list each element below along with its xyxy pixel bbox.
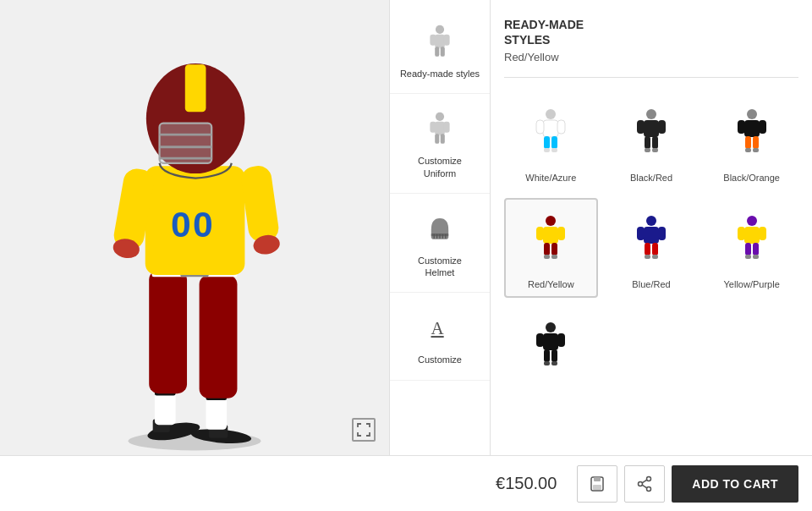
- sidebar-label-customize-uniform: CustomizeUniform: [418, 155, 462, 179]
- svg-point-69: [546, 216, 556, 226]
- svg-text:00: 00: [171, 204, 215, 245]
- svg-point-93: [546, 322, 556, 332]
- svg-rect-102: [594, 477, 601, 481]
- svg-rect-37: [441, 134, 445, 144]
- svg-rect-60: [652, 148, 658, 152]
- fullscreen-button[interactable]: [352, 418, 376, 442]
- svg-rect-67: [745, 148, 751, 152]
- svg-rect-48: [557, 120, 565, 134]
- svg-rect-57: [645, 136, 650, 149]
- price-display: €150.00: [496, 474, 557, 493]
- style-item-blue-red[interactable]: Blue/Red: [605, 198, 699, 298]
- svg-rect-68: [753, 148, 759, 152]
- style-image-yellow-purple: [727, 206, 777, 274]
- svg-point-77: [646, 216, 656, 226]
- save-icon: [589, 475, 606, 492]
- svg-rect-74: [551, 243, 557, 256]
- style-item-black-red[interactable]: Black/Red: [605, 91, 699, 191]
- sidebar-label-customize-helmet: CustomizeHelmet: [418, 255, 462, 279]
- sidebar-label-ready-made: Ready-made styles: [400, 68, 480, 80]
- style-image-white-azure: [525, 100, 576, 168]
- svg-rect-29: [443, 35, 449, 46]
- svg-point-26: [436, 25, 444, 34]
- style-panel-subtitle: Red/Yellow: [504, 51, 798, 63]
- sidebar-item-ready-made[interactable]: Ready-made styles: [390, 7, 490, 94]
- svg-rect-21: [185, 64, 206, 112]
- svg-rect-103: [593, 485, 601, 490]
- nav-sidebar: Ready-made styles CustomizeUniform: [389, 0, 491, 455]
- svg-point-53: [646, 109, 656, 119]
- svg-line-107: [643, 480, 648, 483]
- svg-point-32: [436, 113, 444, 121]
- svg-point-45: [546, 109, 556, 119]
- customize-uniform-icon: [423, 107, 457, 150]
- customize-helmet-icon: [423, 207, 457, 250]
- svg-point-105: [647, 486, 651, 491]
- style-image-red-yellow: [525, 206, 576, 274]
- svg-point-85: [747, 216, 757, 226]
- style-item-red-yellow[interactable]: Red/Yellow: [504, 198, 598, 298]
- svg-rect-46: [543, 120, 558, 137]
- style-label-blue-red: Blue/Red: [632, 279, 670, 289]
- add-to-cart-button[interactable]: ADD TO CART: [672, 465, 798, 503]
- svg-rect-79: [637, 227, 645, 240]
- styles-grid: White/Azure Black/Red: [504, 91, 798, 394]
- svg-point-106: [639, 481, 643, 486]
- style-image-black-red: [626, 100, 677, 168]
- svg-rect-87: [738, 227, 745, 240]
- svg-rect-9: [149, 270, 187, 393]
- style-image-blue-red: [626, 206, 677, 274]
- svg-rect-92: [753, 255, 759, 259]
- divider: [504, 77, 798, 78]
- svg-rect-91: [745, 255, 751, 259]
- svg-rect-83: [645, 255, 650, 259]
- svg-rect-54: [644, 120, 659, 137]
- svg-rect-33: [435, 122, 445, 135]
- style-panel: READY-MADESTYLES Red/Yellow: [491, 0, 812, 455]
- svg-rect-78: [644, 227, 659, 244]
- svg-rect-22: [160, 124, 212, 163]
- svg-rect-64: [759, 120, 766, 134]
- svg-rect-95: [536, 333, 544, 347]
- svg-rect-73: [544, 243, 550, 256]
- style-image-black-orange: [727, 100, 777, 168]
- svg-rect-97: [544, 349, 550, 362]
- svg-rect-49: [544, 136, 550, 149]
- style-item-black-orange[interactable]: Black/Orange: [705, 91, 798, 191]
- svg-rect-100: [551, 361, 557, 365]
- svg-rect-30: [435, 47, 439, 57]
- svg-rect-47: [536, 120, 544, 134]
- svg-rect-70: [543, 227, 558, 244]
- style-label-red-yellow: Red/Yellow: [528, 279, 574, 289]
- customize-text-icon: A: [423, 306, 457, 349]
- svg-rect-75: [544, 255, 550, 259]
- svg-rect-28: [430, 35, 436, 46]
- svg-rect-94: [543, 333, 558, 350]
- svg-rect-36: [435, 134, 439, 144]
- svg-rect-86: [744, 227, 760, 244]
- svg-point-61: [747, 109, 757, 119]
- save-button[interactable]: [577, 465, 617, 503]
- svg-rect-62: [744, 120, 760, 137]
- bottom-bar: €150.00 ADD TO CART: [0, 455, 812, 511]
- svg-text:A: A: [431, 318, 445, 338]
- model-viewer: 00: [0, 0, 389, 455]
- svg-rect-98: [551, 349, 557, 362]
- svg-rect-65: [745, 136, 751, 149]
- svg-rect-96: [557, 333, 565, 347]
- svg-rect-55: [637, 120, 645, 134]
- style-item-white-azure[interactable]: White/Azure: [504, 91, 598, 191]
- style-label-black-red: Black/Red: [630, 173, 672, 183]
- sidebar-item-customize[interactable]: A Customize: [390, 293, 490, 380]
- svg-rect-76: [551, 255, 557, 259]
- sidebar-item-customize-helmet[interactable]: CustomizeHelmet: [390, 194, 490, 294]
- sidebar-item-customize-uniform[interactable]: CustomizeUniform: [390, 94, 490, 194]
- share-button[interactable]: [624, 465, 665, 503]
- svg-rect-80: [658, 227, 666, 240]
- style-item-yellow-purple[interactable]: Yellow/Purple: [705, 198, 798, 298]
- svg-rect-81: [645, 243, 650, 256]
- svg-rect-51: [544, 148, 550, 152]
- style-label-white-azure: White/Azure: [525, 173, 576, 183]
- svg-rect-66: [753, 136, 759, 149]
- style-item-black-plain[interactable]: [504, 305, 598, 394]
